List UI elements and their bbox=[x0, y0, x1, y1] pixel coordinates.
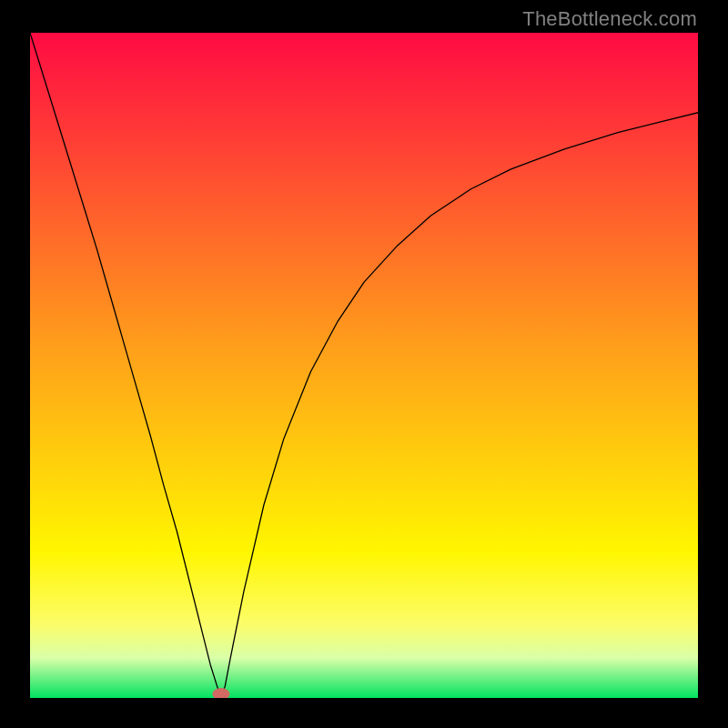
chart-frame: TheBottleneck.com bbox=[0, 0, 728, 728]
plot-area bbox=[30, 33, 698, 698]
watermark-text: TheBottleneck.com bbox=[522, 7, 697, 31]
chart-svg bbox=[30, 33, 698, 698]
